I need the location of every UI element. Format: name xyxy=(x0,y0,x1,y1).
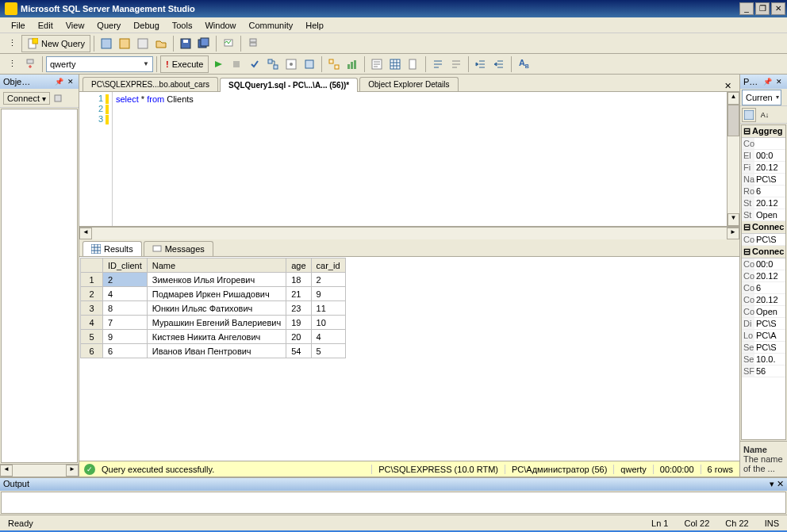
pin-icon[interactable]: 📌 xyxy=(762,78,774,86)
row-number[interactable]: 3 xyxy=(81,301,103,316)
table-row[interactable]: 24Подмарев Иркен Ришадович219 xyxy=(81,287,346,301)
outdent-icon[interactable] xyxy=(490,55,508,73)
scroll-up-icon[interactable]: ▲ xyxy=(727,92,739,105)
grid-cell[interactable]: Подмарев Иркен Ришадович xyxy=(147,287,286,301)
specify-values-icon[interactable]: AB xyxy=(515,55,532,73)
property-row[interactable]: DiPC\S xyxy=(742,318,785,330)
property-row[interactable]: SF56 xyxy=(742,366,785,377)
property-row[interactable]: El00:0 xyxy=(742,150,785,162)
query-options-icon[interactable] xyxy=(282,55,300,73)
grid-cell[interactable]: 18 xyxy=(286,273,311,287)
grid-cell[interactable]: 9 xyxy=(103,330,148,344)
property-row[interactable]: Co6 xyxy=(742,282,785,294)
property-row[interactable]: Ro6 xyxy=(742,186,785,197)
grid-cell[interactable]: 19 xyxy=(286,316,311,330)
grid-cell[interactable]: 8 xyxy=(103,301,148,316)
menu-tools[interactable]: Tools xyxy=(166,19,199,31)
column-header[interactable]: Name xyxy=(147,258,286,273)
property-row[interactable]: Co20.12 xyxy=(742,294,785,306)
grid-cell[interactable]: 11 xyxy=(311,301,345,316)
properties-object-dropdown[interactable]: Curren▾ xyxy=(742,90,781,105)
property-row[interactable]: Fi20.12 xyxy=(742,162,785,174)
disconnect-icon[interactable] xyxy=(52,92,64,105)
editor-horizontal-scrollbar[interactable]: ◄ ► xyxy=(79,227,739,239)
menu-file[interactable]: File xyxy=(5,19,32,31)
close-panel-icon[interactable]: ✕ xyxy=(66,78,75,86)
property-row[interactable]: SePC\S xyxy=(742,342,785,354)
horizontal-scrollbar[interactable]: ◄ ► xyxy=(0,464,79,477)
table-row[interactable]: 47Мурашкин Евгений Валериевич1910 xyxy=(81,316,346,330)
grid-cell[interactable]: 5 xyxy=(311,344,345,358)
menu-edit[interactable]: Edit xyxy=(32,19,60,31)
grid-cell[interactable]: 9 xyxy=(311,287,345,301)
scroll-left-icon[interactable]: ◄ xyxy=(0,465,13,477)
database-dropdown[interactable]: qwerty ▼ xyxy=(46,56,153,72)
grid-cell[interactable]: 20 xyxy=(286,330,311,344)
menu-help[interactable]: Help xyxy=(299,19,330,31)
property-row[interactable]: LoPC\А xyxy=(742,330,785,342)
table-row[interactable]: 66Иванов Иван Пентрович545 xyxy=(81,344,346,358)
analysis-query-icon[interactable] xyxy=(116,35,133,52)
grid-cell[interactable]: Зименков Илья Игоревич xyxy=(147,273,286,287)
property-category[interactable]: ⊟Connec xyxy=(742,246,785,258)
grid-cell[interactable]: 4 xyxy=(311,330,345,344)
stop-icon[interactable] xyxy=(228,55,245,73)
connect-button[interactable]: Connect ▾ xyxy=(3,92,50,105)
results-grid-icon[interactable] xyxy=(386,55,404,73)
tab-close-button[interactable]: ✕ xyxy=(720,81,736,91)
indent-icon[interactable] xyxy=(472,55,489,73)
grid-cell[interactable]: 2 xyxy=(103,273,148,287)
grid-cell[interactable]: 2 xyxy=(311,273,345,287)
column-header[interactable]: ID_client xyxy=(103,258,148,273)
pin-icon[interactable]: ▾ xyxy=(770,479,774,490)
intellisense-icon[interactable] xyxy=(301,55,318,73)
grid-cell[interactable]: Кистяев Никита Ангелович xyxy=(147,330,286,344)
grid-cell[interactable]: Иванов Иван Пентрович xyxy=(147,344,286,358)
property-row[interactable]: Co xyxy=(742,138,785,150)
pin-icon[interactable]: 📌 xyxy=(53,78,65,86)
grid-cell[interactable]: 23 xyxy=(286,301,311,316)
change-connection-icon[interactable] xyxy=(21,55,39,73)
include-plan-icon[interactable] xyxy=(325,55,343,73)
grid-cell[interactable]: 10 xyxy=(311,316,345,330)
object-explorer-tree[interactable] xyxy=(1,109,78,463)
open-file-icon[interactable] xyxy=(152,35,170,52)
menu-view[interactable]: View xyxy=(60,19,91,31)
output-body[interactable] xyxy=(1,492,786,514)
alphabetical-icon[interactable]: A↓ xyxy=(758,108,772,122)
property-category[interactable]: ⊟Connec xyxy=(742,221,785,234)
grid-cell[interactable]: 54 xyxy=(286,344,311,358)
table-row[interactable]: 12Зименков Илья Игоревич182 xyxy=(81,273,346,287)
property-row[interactable]: Co00:0 xyxy=(742,258,785,270)
registered-servers-icon[interactable] xyxy=(244,35,262,52)
code-editor[interactable]: select * from Clients xyxy=(113,92,727,226)
blank-query-icon[interactable] xyxy=(134,35,152,52)
grid-cell[interactable]: 4 xyxy=(103,287,148,301)
grid-corner[interactable] xyxy=(81,258,103,273)
grid-cell[interactable]: 7 xyxy=(103,316,148,330)
property-row[interactable]: StOpen xyxy=(742,209,785,221)
db-engine-query-icon[interactable] xyxy=(98,35,115,52)
save-all-icon[interactable] xyxy=(195,35,213,52)
row-number[interactable]: 1 xyxy=(81,273,103,287)
activity-monitor-icon[interactable] xyxy=(220,35,237,52)
vertical-scrollbar[interactable]: ▲ ▼ xyxy=(727,92,739,226)
menu-debug[interactable]: Debug xyxy=(127,19,165,31)
client-stats-icon[interactable] xyxy=(344,55,361,73)
column-header[interactable]: car_id xyxy=(311,258,345,273)
property-row[interactable]: CoPC\S xyxy=(742,234,785,246)
document-tab[interactable]: PC\SQLEXPRES...bo.about_cars xyxy=(83,77,218,91)
debug-icon[interactable] xyxy=(209,55,227,73)
row-number[interactable]: 6 xyxy=(81,344,103,358)
results-tab[interactable]: Results xyxy=(83,241,142,256)
grid-cell[interactable]: 21 xyxy=(286,287,311,301)
row-number[interactable]: 5 xyxy=(81,330,103,344)
grid-cell[interactable]: Мурашкин Евгений Валериевич xyxy=(147,316,286,330)
column-header[interactable]: age xyxy=(286,258,311,273)
restore-button[interactable]: ❐ xyxy=(755,2,770,15)
grid-cell[interactable]: Юнкин Ильяс Фатихович xyxy=(147,301,286,316)
scroll-right-icon[interactable]: ► xyxy=(727,228,739,239)
table-row[interactable]: 38Юнкин Ильяс Фатихович2311 xyxy=(81,301,346,316)
property-row[interactable]: NaPC\S xyxy=(742,174,785,186)
categorized-icon[interactable] xyxy=(742,108,756,122)
